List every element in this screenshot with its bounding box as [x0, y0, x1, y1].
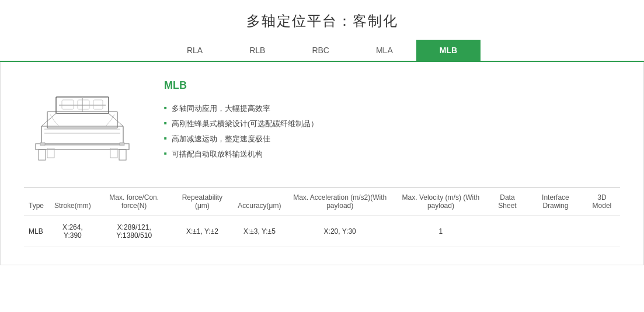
- cell-3d-model: [584, 216, 620, 247]
- col-header-accuracy: Accuracy(μm): [233, 188, 286, 216]
- col-header-max-velocity: Max. Velocity (m/s) (With payload): [394, 188, 488, 216]
- col-header-type: Type: [24, 188, 48, 216]
- svg-line-14: [109, 113, 123, 126]
- product-name: MLB: [164, 79, 620, 92]
- col-header-interface-drawing: Interface Drawing: [527, 188, 584, 216]
- feature-item: 高刚性蜂巢式横梁设计(可选配碳纤维制品）: [164, 116, 620, 131]
- tab-mla[interactable]: MLA: [353, 40, 416, 61]
- svg-rect-11: [78, 100, 89, 109]
- cell-repeatability: X:±1, Y:±2: [172, 216, 234, 247]
- product-details: MLB 多轴同动应用，大幅提高效率 高刚性蜂巢式横梁设计(可选配碳纤维制品） 高…: [164, 79, 620, 162]
- svg-line-13: [41, 113, 56, 126]
- product-image: [30, 79, 135, 173]
- svg-rect-2: [119, 150, 126, 160]
- col-header-max-accel: Max. Acceleration (m/s2)(With payload): [286, 188, 394, 216]
- tab-rla[interactable]: RLA: [163, 40, 226, 61]
- col-header-repeatability: Repeatability (μm): [172, 188, 234, 216]
- page-title: 多轴定位平台：客制化: [0, 0, 644, 40]
- specs-table: Type Stroke(mm) Max. force/Con. force(N)…: [24, 188, 620, 247]
- cell-stroke: X:264, Y:390: [48, 216, 97, 247]
- table-row: MLB X:264, Y:390 X:289/121, Y:1380/510 X…: [24, 216, 620, 247]
- tab-rbc[interactable]: RBC: [288, 40, 353, 61]
- col-header-3d-model: 3D Model: [584, 188, 620, 216]
- feature-list: 多轴同动应用，大幅提高效率 高刚性蜂巢式横梁设计(可选配碳纤维制品） 高加减速运…: [164, 101, 620, 162]
- cell-max-velocity: 1: [394, 216, 488, 247]
- svg-rect-1: [39, 150, 46, 160]
- cell-data-sheet: [488, 216, 527, 247]
- feature-item: 高加减速运动，整定速度极佳: [164, 131, 620, 147]
- feature-item: 可搭配自动取放料输送机构: [164, 147, 620, 162]
- content-panel: MLB 多轴同动应用，大幅提高效率 高刚性蜂巢式横梁设计(可选配碳纤维制品） 高…: [0, 62, 644, 265]
- cell-accuracy: X:±3, Y:±5: [233, 216, 286, 247]
- cell-interface-drawing: [527, 216, 584, 247]
- tab-rlb[interactable]: RLB: [226, 40, 288, 61]
- cell-type: MLB: [24, 216, 48, 247]
- svg-rect-18: [120, 143, 124, 145]
- svg-rect-17: [40, 143, 45, 145]
- col-header-data-sheet: Data Sheet: [488, 188, 527, 216]
- col-header-max-force: Max. force/Con. force(N): [97, 188, 172, 216]
- product-section: MLB 多轴同动应用，大幅提高效率 高刚性蜂巢式横梁设计(可选配碳纤维制品） 高…: [24, 79, 620, 173]
- table-header-row: Type Stroke(mm) Max. force/Con. force(N)…: [24, 188, 620, 216]
- tab-bar: RLA RLB RBC MLA MLB: [0, 40, 644, 62]
- tab-mlb[interactable]: MLB: [416, 40, 481, 61]
- svg-rect-12: [93, 100, 103, 109]
- feature-item: 多轴同动应用，大幅提高效率: [164, 101, 620, 116]
- cell-max-accel: X:20, Y:30: [286, 216, 394, 247]
- product-image-wrap: [24, 79, 141, 173]
- col-header-stroke: Stroke(mm): [48, 188, 97, 216]
- svg-rect-10: [62, 100, 74, 109]
- svg-rect-6: [47, 112, 117, 128]
- cell-max-force: X:289/121, Y:1380/510: [97, 216, 172, 247]
